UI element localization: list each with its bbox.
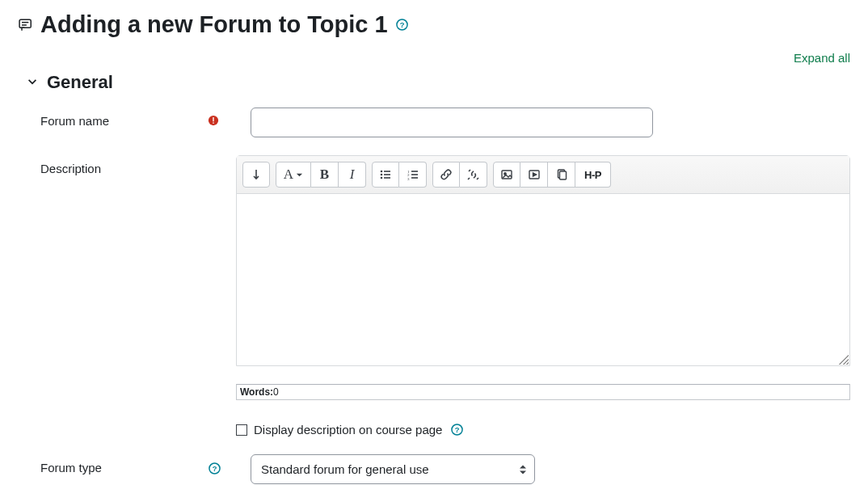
help-icon[interactable]: ? [450,424,463,436]
bold-button[interactable]: B [311,162,339,188]
section-title-general: General [47,72,113,93]
words-count: 0 [273,386,279,398]
svg-rect-24 [559,171,566,179]
svg-text:?: ? [455,426,460,434]
description-label: Description [40,155,189,175]
paragraph-style-button[interactable]: A [276,162,311,188]
svg-rect-17 [411,171,418,172]
required-icon [208,115,219,126]
words-label: Words: [240,386,273,398]
svg-rect-13 [384,177,390,179]
media-button[interactable] [520,162,548,188]
svg-rect-0 [19,19,31,27]
page-title: Adding a new Forum to Topic 1 ? [18,11,409,38]
h5p-button[interactable]: H-P [575,162,611,188]
link-button[interactable] [432,162,460,188]
help-icon[interactable]: ? [208,462,221,474]
svg-rect-11 [384,171,390,172]
svg-rect-18 [411,174,418,175]
word-count-bar: Words:0 [236,384,850,400]
rich-text-editor: A B I 123 [236,155,850,366]
editor-toolbar: A B I 123 [237,156,849,194]
description-textarea[interactable] [237,194,849,357]
svg-point-9 [381,174,383,176]
help-icon[interactable]: ? [396,19,409,32]
svg-rect-6 [213,117,213,121]
forum-icon [18,17,34,33]
svg-text:?: ? [400,21,405,29]
display-description-label: Display description on course page [254,423,442,436]
chevron-down-icon [26,76,39,89]
forum-type-select[interactable]: Standard forum for general use [251,454,535,484]
svg-text:3: 3 [407,177,410,181]
numbered-list-button[interactable]: 123 [399,162,427,188]
svg-rect-12 [384,174,390,175]
page-title-text: Adding a new Forum to Topic 1 [40,11,388,38]
section-toggle-general[interactable]: General [26,72,850,93]
svg-rect-7 [213,122,213,123]
unlink-button[interactable] [460,162,487,188]
forum-type-label: Forum type [40,454,202,474]
display-description-checkbox[interactable] [236,424,247,436]
manage-files-button[interactable] [548,162,575,188]
forum-name-input[interactable] [251,108,653,137]
resize-handle[interactable] [839,355,849,365]
forum-name-label: Forum name [40,108,202,128]
svg-rect-19 [411,177,418,179]
image-button[interactable] [493,162,520,188]
svg-point-8 [381,171,383,173]
toolbar-expand-button[interactable] [242,162,270,188]
expand-all-link[interactable]: Expand all [794,51,850,65]
bullet-list-button[interactable] [372,162,399,188]
svg-text:?: ? [212,465,217,473]
svg-point-10 [381,177,383,179]
italic-button[interactable]: I [339,162,366,188]
forum-type-value: Standard forum for general use [261,462,429,476]
